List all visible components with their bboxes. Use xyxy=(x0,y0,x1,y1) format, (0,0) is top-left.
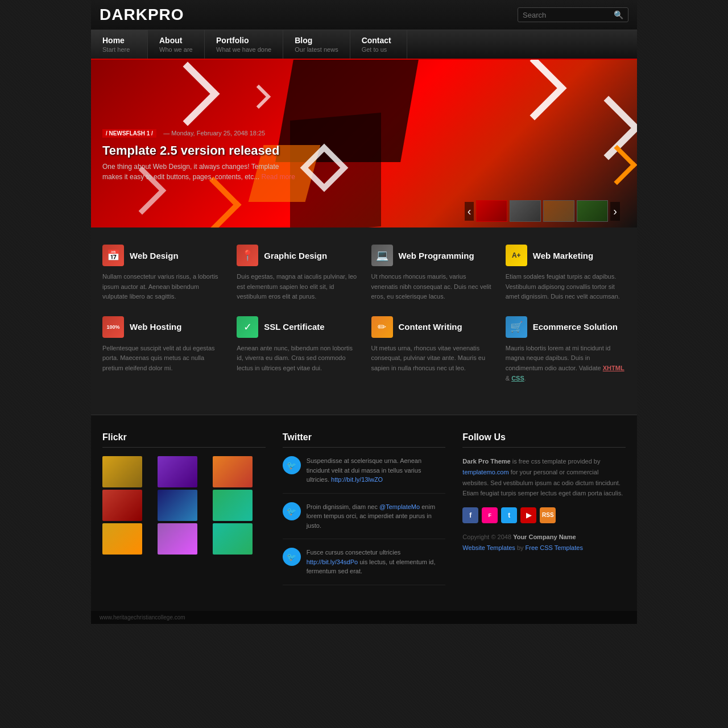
flickr-thumb-2[interactable] xyxy=(158,456,197,487)
website-templates-link[interactable]: Website Templates xyxy=(462,544,515,551)
logo: DARKPRO xyxy=(100,6,184,24)
flickr-thumb-1[interactable] xyxy=(102,456,142,487)
flickr-thumb-5[interactable] xyxy=(158,490,197,521)
main-nav: Home Start here About Who we are Portfol… xyxy=(91,30,637,60)
tweet-3: 🐦 Fusce cursus consectetur ultricies htt… xyxy=(283,548,446,585)
flickr-title: Flickr xyxy=(102,432,266,448)
service-ssl-certificate: ✓ SSL Certificate Aenean ante nunc, bibe… xyxy=(237,316,357,383)
nav-sub-blog: Our latest news xyxy=(295,46,338,53)
nav-sub-portfolio: What we have done xyxy=(216,46,271,53)
service-web-hosting: 100% Web Hosting Pellentesque suscipit v… xyxy=(102,316,222,383)
flickr-thumb-3[interactable] xyxy=(213,456,253,487)
tweet-1: 🐦 Suspendisse at scelerisque urna. Aenea… xyxy=(283,456,446,494)
nav-item-portfolio[interactable]: Portfolio What we have done xyxy=(205,30,283,59)
flickr-thumb-7[interactable] xyxy=(102,523,142,555)
slider-thumb-4[interactable] xyxy=(577,200,608,222)
hollow-arrow xyxy=(307,151,341,185)
company-name: Your Company Name xyxy=(513,533,576,540)
nav-item-home[interactable]: Home Start here xyxy=(91,30,148,59)
tweet-text-1: Suspendisse at scelerisque urna. Aenean … xyxy=(307,456,446,485)
service-header-web-design: 📅 Web Design xyxy=(102,245,222,266)
header: DARKPRO 🔍 xyxy=(91,0,637,30)
nav-item-blog[interactable]: Blog Our latest news xyxy=(283,30,350,59)
hero-title: Template 2.5 version released xyxy=(102,143,296,158)
slider-thumb-3[interactable] xyxy=(543,200,574,222)
slider-thumb-1[interactable] xyxy=(476,200,507,222)
flickr-thumb-8[interactable] xyxy=(158,523,197,555)
services-section: 📅 Web Design Nullam consectetur varius r… xyxy=(91,228,637,415)
slider-prev-button[interactable]: ‹ xyxy=(465,202,474,221)
youtube-icon[interactable]: ▶ xyxy=(520,507,536,523)
content-writing-desc: Ut metus urna, rhoncus vitae venenatis c… xyxy=(371,344,491,374)
tweet-2: 🐦 Proin dignissim, diam nec @TemplateMo … xyxy=(283,502,446,540)
footer-twitter: Twitter 🐦 Suspendisse at scelerisque urn… xyxy=(283,432,446,594)
tweet-text-3: Fusce cursus consectetur ultricies http:… xyxy=(307,548,446,576)
theme-name: Dark Pro Theme xyxy=(462,458,510,465)
nav-title-portfolio: Portfolio xyxy=(216,36,271,45)
nav-sub-contact: Get to us xyxy=(362,46,395,53)
tweet-text-2: Proin dignissim, diam nec @TemplateMo en… xyxy=(307,502,446,531)
search-input[interactable] xyxy=(523,11,614,19)
flickr-icon[interactable]: F xyxy=(482,507,498,523)
service-header-web-hosting: 100% Web Hosting xyxy=(102,316,222,338)
flickr-thumb-6[interactable] xyxy=(213,490,253,521)
web-programming-icon: 💻 xyxy=(371,245,393,266)
hero-text-block: / NEWSFLASH 1 / — Monday, February 25, 2… xyxy=(102,127,296,182)
web-programming-desc: Ut rhoncus rhoncus mauris, varius venena… xyxy=(371,272,491,302)
service-ecommerce: 🛒 Ecommerce Solution Mauris lobortis lor… xyxy=(506,316,626,383)
service-web-programming: 💻 Web Programming Ut rhoncus rhoncus mau… xyxy=(371,245,491,302)
ssl-icon: ✓ xyxy=(237,316,258,338)
facebook-icon[interactable]: f xyxy=(462,507,478,523)
footer: Flickr Twitter 🐦 xyxy=(91,415,637,611)
logo-bold: PRO xyxy=(148,6,184,23)
social-icons: f F t ▶ RSS xyxy=(462,507,626,523)
twitter-title: Twitter xyxy=(283,432,446,448)
css-link[interactable]: CSS xyxy=(511,375,524,382)
service-header-graphic-design: 📍 Graphic Design xyxy=(237,245,357,266)
web-programming-title: Web Programming xyxy=(399,251,474,260)
service-content-writing: ✏ Content Writing Ut metus urna, rhoncus… xyxy=(371,316,491,383)
ssl-desc: Aenean ante nunc, bibendum non lobortis … xyxy=(237,344,357,374)
follow-description: Dark Pro Theme is free css template prov… xyxy=(462,456,626,499)
search-box[interactable]: 🔍 xyxy=(518,7,628,22)
footer-follow: Follow Us Dark Pro Theme is free css tem… xyxy=(462,432,626,594)
twitter-icon[interactable]: t xyxy=(501,507,517,523)
flickr-grid xyxy=(102,456,266,555)
service-header-web-programming: 💻 Web Programming xyxy=(371,245,491,266)
slider-thumb-2[interactable] xyxy=(510,200,541,222)
web-marketing-title: Web Marketing xyxy=(533,251,593,260)
flickr-thumb-9[interactable] xyxy=(213,523,253,555)
flickr-thumb-4[interactable] xyxy=(102,490,142,521)
search-button[interactable]: 🔍 xyxy=(614,10,623,19)
ecommerce-title: Ecommerce Solution xyxy=(533,322,618,332)
tweet-link-3[interactable]: http://bit.ly/34sdPo xyxy=(307,559,358,565)
web-hosting-icon: 100% xyxy=(102,316,124,338)
graphic-design-title: Graphic Design xyxy=(264,251,327,260)
site-url: www.heritagechristiancollege.com xyxy=(100,614,185,621)
tweet-link-1[interactable]: http://bit.ly/13lwZO xyxy=(331,476,383,483)
nav-sub-home: Start here xyxy=(102,46,136,53)
slider-thumbnails: ‹ › xyxy=(465,200,620,222)
service-web-design: 📅 Web Design Nullam consectetur varius r… xyxy=(102,245,222,302)
read-more-link[interactable]: Read more xyxy=(262,173,295,181)
web-design-title: Web Design xyxy=(130,251,179,260)
web-hosting-desc: Pellentesque suscipit velit at dui egest… xyxy=(102,344,222,374)
web-design-desc: Nullam consectetur varius risus, a lobor… xyxy=(102,272,222,302)
templatemo-link[interactable]: templatemo.com xyxy=(462,469,508,475)
twitter-bird-icon-2: 🐦 xyxy=(283,502,301,520)
service-header-content-writing: ✏ Content Writing xyxy=(371,316,491,338)
hero-badge: / NEWSFLASH 1 / xyxy=(102,129,156,138)
slider-next-button[interactable]: › xyxy=(610,202,620,221)
xhtml-link[interactable]: XHTML xyxy=(603,365,624,371)
service-header-web-marketing: A+ Web Marketing xyxy=(506,245,626,266)
nav-item-contact[interactable]: Contact Get to us xyxy=(350,30,407,59)
web-marketing-desc: Etiam sodales feugiat turpis ac dapibus.… xyxy=(506,272,626,302)
rss-icon[interactable]: RSS xyxy=(540,507,556,523)
nav-title-home: Home xyxy=(102,36,136,45)
web-design-icon: 📅 xyxy=(102,245,124,266)
tweet-mention-link[interactable]: @TemplateMo xyxy=(379,503,420,510)
nav-title-blog: Blog xyxy=(295,36,338,45)
free-css-link[interactable]: Free CSS Templates xyxy=(526,544,583,551)
nav-item-about[interactable]: About Who we are xyxy=(148,30,205,59)
nav-title-about: About xyxy=(159,36,193,45)
